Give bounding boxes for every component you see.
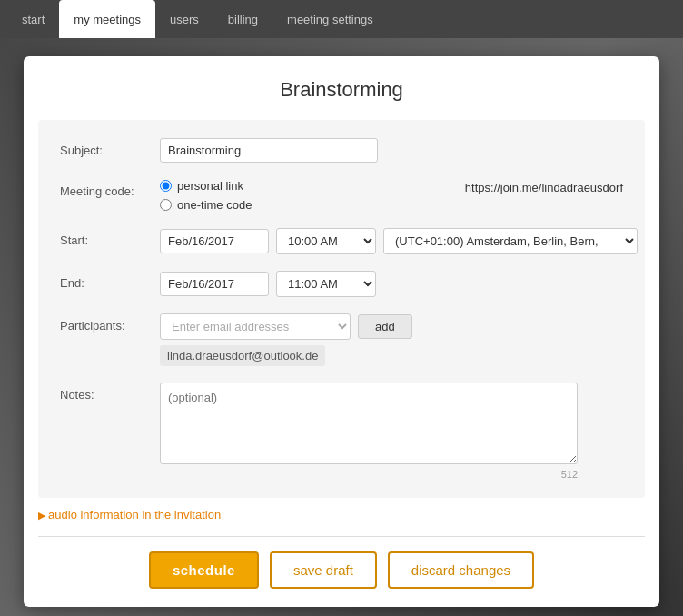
notes-label: Notes: [60,383,160,402]
discard-button[interactable]: discard changes [388,551,534,589]
schedule-button[interactable]: schedule [149,551,259,589]
meeting-url: https://join.me/lindadraeusdorf [465,179,623,194]
meeting-code-options: personal link one-time code [160,179,465,212]
notes-row: Notes: 512 [60,383,623,480]
subject-control-wrap [160,138,623,163]
meeting-modal: Brainstorming Subject: Meeting code: [24,56,659,607]
audio-link-area: audio information in the invitation [38,507,645,522]
modal-header: Brainstorming [24,56,659,120]
subject-row: Subject: [60,138,623,163]
notes-textarea[interactable] [160,383,578,464]
end-label: End: [60,271,160,290]
nav-tab-start[interactable]: start [7,0,59,38]
notes-control-wrap: 512 [160,383,623,480]
nav-tab-my-meetings[interactable]: my meetings [59,0,155,38]
subject-input[interactable] [160,138,378,163]
start-control-wrap: 10:00 AM (UTC+01:00) Amsterdam, Berlin, … [160,228,638,254]
modal-footer: schedule save draft discard changes [24,537,659,607]
participants-wrap: Enter email addresses add linda.draeusdo… [160,313,623,366]
end-control-wrap: 11:00 AM [160,271,623,297]
meeting-code-wrap: personal link one-time code [160,179,465,212]
start-time-select[interactable]: 10:00 AM [276,228,376,254]
participant-email-tag: linda.draeusdorf@outlook.de [160,345,325,366]
char-count: 512 [160,469,578,480]
participants-input-wrap: Enter email addresses add [160,313,623,340]
end-datetime-wrap: 11:00 AM [160,271,623,297]
participants-row: Participants: Enter email addresses add … [60,313,623,366]
one-time-code-row: one-time code [160,198,465,212]
end-time-select[interactable]: 11:00 AM [276,271,376,297]
nav-tab-meeting-settings[interactable]: meeting settings [272,0,388,38]
start-datetime-wrap: 10:00 AM (UTC+01:00) Amsterdam, Berlin, … [160,228,638,254]
start-row: Start: 10:00 AM (UTC+01:00) Amsterdam, B… [60,228,623,254]
one-time-code-radio[interactable] [160,199,172,211]
nav-tab-users[interactable]: users [155,0,213,38]
personal-link-radio[interactable] [160,180,172,192]
nav-tab-billing[interactable]: billing [213,0,272,38]
start-date-input[interactable] [160,229,269,253]
main-content: Brainstorming Subject: Meeting code: [0,38,683,616]
meeting-code-label: Meeting code: [60,179,160,198]
one-time-code-label[interactable]: one-time code [177,198,252,212]
timezone-select[interactable]: (UTC+01:00) Amsterdam, Berlin, Bern, Rom… [383,228,638,254]
email-select[interactable]: Enter email addresses [160,313,351,340]
meeting-code-row: Meeting code: personal link one-time cod… [60,179,623,212]
save-draft-button[interactable]: save draft [270,551,377,589]
participants-label: Participants: [60,313,160,333]
audio-info-link[interactable]: audio information in the invitation [38,508,221,522]
start-label: Start: [60,228,160,247]
personal-link-label[interactable]: personal link [177,179,243,193]
personal-link-row: personal link [160,179,465,193]
form-area: Subject: Meeting code: personal link [38,120,645,498]
top-nav: start my meetings users billing meeting … [0,0,683,38]
subject-label: Subject: [60,138,160,157]
end-date-input[interactable] [160,272,269,296]
modal-title: Brainstorming [42,78,641,102]
end-row: End: 11:00 AM [60,271,623,297]
add-participant-button[interactable]: add [358,314,412,339]
